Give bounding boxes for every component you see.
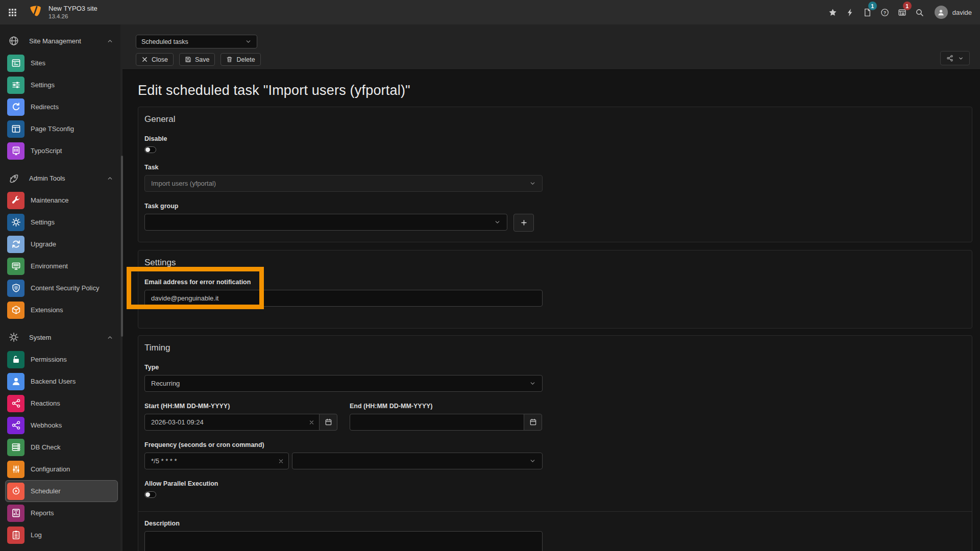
- add-task-group-button[interactable]: [513, 214, 534, 232]
- share-nodes-icon: [946, 55, 953, 62]
- type-select[interactable]: Recurring: [144, 375, 543, 392]
- frequency-field[interactable]: [144, 453, 289, 469]
- sidebar-item-db-check[interactable]: DB Check: [5, 436, 118, 458]
- avatar: [935, 6, 948, 19]
- wrench-icon: [7, 192, 24, 209]
- star-icon: [828, 8, 837, 17]
- typo3-logo-icon: [29, 5, 42, 20]
- module-group-header-system[interactable]: System: [0, 326, 122, 348]
- email-field[interactable]: [144, 290, 543, 307]
- task-group-label: Task group: [144, 203, 966, 210]
- sidebar-item-label: DB Check: [31, 443, 61, 451]
- user-icon: [7, 373, 24, 390]
- disable-toggle[interactable]: [144, 146, 156, 153]
- sidebar-item-label: Content Security Policy: [31, 284, 99, 292]
- sidebar-item-typoscript[interactable]: TypoScript: [5, 140, 118, 162]
- help-button[interactable]: ?: [876, 0, 894, 24]
- content-body: Edit scheduled task "Import users (yfpor…: [122, 70, 980, 551]
- task-group-select[interactable]: [144, 214, 507, 231]
- sidebar-item-reactions[interactable]: Reactions: [5, 392, 118, 414]
- opendocs-button[interactable]: 1: [859, 0, 876, 24]
- module-group-header-site-management[interactable]: Site Management: [0, 30, 122, 52]
- chevron-up-icon: [107, 38, 113, 44]
- close-button[interactable]: Close: [136, 53, 174, 66]
- sidebar-item-upgrade[interactable]: Upgrade: [5, 233, 118, 255]
- module-group-label: Admin Tools: [29, 174, 107, 182]
- bookmarks-button[interactable]: [824, 0, 842, 24]
- end-field[interactable]: [350, 414, 524, 431]
- sidebar-item-label: Permissions: [31, 356, 67, 363]
- module-group-admin-tools: Admin ToolsMaintenanceSettingsUpgradeEnv…: [0, 162, 122, 321]
- user-icon: [937, 9, 945, 16]
- description-label: Description: [144, 520, 966, 527]
- function-select-value: Scheduled tasks: [141, 38, 188, 45]
- sidebar-item-maintenance[interactable]: Maintenance: [5, 189, 118, 211]
- clear-cache-button[interactable]: [842, 0, 859, 24]
- sidebar-item-sites[interactable]: Sites: [5, 52, 118, 74]
- sidebar-item-settings[interactable]: Settings: [5, 211, 118, 233]
- redirect-icon: [7, 98, 24, 116]
- sidebar-item-log[interactable]: Log: [5, 524, 118, 546]
- save-button[interactable]: Save: [179, 53, 215, 66]
- parallel-label: Allow Parallel Execution: [144, 480, 966, 487]
- sidebar-item-content-security-policy[interactable]: Content Security Policy: [5, 277, 118, 299]
- search-icon: [915, 8, 924, 17]
- sidebar-item-environment[interactable]: Environment: [5, 255, 118, 277]
- frequency-label: Frequency (seconds or cron command): [144, 441, 966, 448]
- module-group-site-management: Site ManagementSitesSettingsRedirectsPag…: [0, 24, 122, 162]
- toolbar: 1 ? 1 davide: [824, 0, 980, 24]
- sidebar-item-label: Extensions: [31, 306, 63, 314]
- parallel-toggle[interactable]: [144, 491, 156, 498]
- chevron-down-icon: [245, 38, 252, 45]
- user-menu[interactable]: davide: [928, 0, 980, 24]
- sidebar-item-label: Reactions: [31, 399, 60, 407]
- function-select[interactable]: Scheduled tasks: [136, 35, 257, 48]
- sidebar-item-label: Webhooks: [31, 421, 62, 429]
- delete-button[interactable]: Delete: [220, 53, 260, 66]
- description-field[interactable]: [144, 531, 543, 551]
- frequency-preset-select[interactable]: [292, 453, 543, 469]
- typoscript-doc-icon: [7, 142, 24, 160]
- sidebar-item-backend-users[interactable]: Backend Users: [5, 370, 118, 392]
- system-information-badge: 1: [903, 2, 912, 10]
- share-nodes-icon: [7, 395, 24, 412]
- chevron-down-icon: [529, 380, 536, 387]
- username: davide: [952, 9, 972, 16]
- save-button-label: Save: [195, 56, 210, 63]
- type-select-value: Recurring: [151, 380, 180, 387]
- search-button[interactable]: [911, 0, 928, 24]
- system-information-button[interactable]: 1: [894, 0, 911, 24]
- module-sidebar: Site ManagementSitesSettingsRedirectsPag…: [0, 24, 122, 551]
- sidebar-item-settings[interactable]: Settings: [5, 74, 118, 96]
- end-calendar-button[interactable]: [524, 414, 542, 431]
- task-select[interactable]: Import users (yfportal): [144, 175, 543, 192]
- sidebar-item-configuration[interactable]: Configuration: [5, 458, 118, 480]
- share-button[interactable]: [940, 51, 970, 65]
- end-label: End (HH:MM DD-MM-YYYY): [350, 403, 542, 410]
- clipboard-icon: [7, 527, 24, 544]
- sidebar-item-permissions[interactable]: Permissions: [5, 348, 118, 370]
- start-calendar-button[interactable]: [319, 414, 337, 431]
- sidebar-scrollbar[interactable]: [121, 156, 123, 337]
- sidebar-item-redirects[interactable]: Redirects: [5, 96, 118, 118]
- sidebar-item-webhooks[interactable]: Webhooks: [5, 414, 118, 436]
- start-field[interactable]: [144, 414, 320, 431]
- lock-open-icon: [7, 351, 24, 368]
- clear-icon[interactable]: [309, 419, 314, 425]
- type-label: Type: [144, 364, 966, 371]
- module-group-header-admin-tools[interactable]: Admin Tools: [0, 167, 122, 189]
- panel-settings-legend: Settings: [144, 258, 966, 268]
- sidebar-item-page-tsconfig[interactable]: Page TSconfig: [5, 118, 118, 140]
- module-menu-toggle-button[interactable]: [0, 0, 24, 24]
- clear-icon[interactable]: [278, 458, 284, 464]
- brand[interactable]: New TYPO3 site 13.4.26: [29, 5, 97, 20]
- chevron-down-icon: [529, 458, 536, 464]
- sidebar-item-label: Environment: [31, 262, 68, 270]
- sidebar-item-reports[interactable]: Reports: [5, 502, 118, 524]
- delete-button-label: Delete: [236, 56, 255, 63]
- panel-general: General Disable Task Import users (yfpor…: [138, 107, 972, 242]
- sidebar-item-extensions[interactable]: Extensions: [5, 299, 118, 321]
- close-button-label: Close: [152, 56, 168, 63]
- sidebar-item-scheduler[interactable]: Scheduler: [5, 480, 118, 502]
- globe-icon: [9, 36, 19, 46]
